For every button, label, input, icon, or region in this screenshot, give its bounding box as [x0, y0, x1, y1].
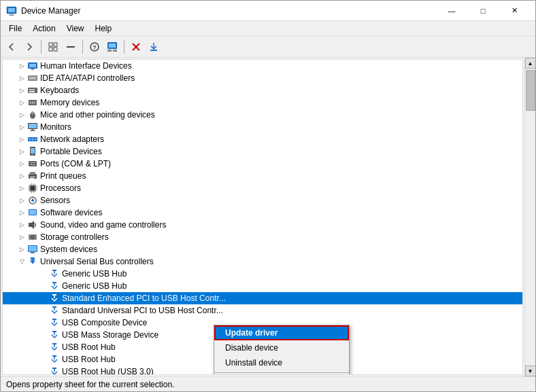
expand-ide-ata[interactable]: ▷	[16, 73, 27, 84]
scrollbar[interactable]: ▲ ▼	[524, 58, 535, 376]
scroll-down-button[interactable]: ▼	[525, 366, 536, 376]
svg-rect-25	[31, 89, 33, 90]
menu-help[interactable]: Help	[90, 22, 118, 35]
human-interface-label: Human Interface Devices	[40, 61, 132, 71]
toolbar-back[interactable]	[3, 39, 20, 55]
svg-rect-76	[29, 246, 37, 251]
usb-composite-icon	[49, 317, 60, 328]
expand-memory-devices[interactable]: ▷	[16, 97, 27, 108]
expand-portable-devices[interactable]: ▷	[16, 146, 27, 157]
tree-item-sensors[interactable]: ▷ Sensors	[3, 194, 522, 207]
svg-rect-13	[107, 50, 112, 52]
standard-universal-label: Standard Universal PCI to USB Host Contr…	[62, 306, 223, 315]
usb-root-hub-1-icon	[49, 342, 60, 353]
tree-item-ide-ata[interactable]: ▷ IDE ATA/ATAPI controllers	[3, 72, 522, 84]
menu-file[interactable]: File	[3, 22, 27, 35]
svg-rect-56	[31, 186, 35, 190]
toolbar-update[interactable]	[146, 39, 162, 55]
expand-keyboards[interactable]: ▷	[16, 85, 27, 96]
toolbar-collapse[interactable]	[63, 39, 79, 55]
ctx-uninstall-device[interactable]: Uninstall device	[214, 355, 349, 370]
toolbar-delete[interactable]	[128, 39, 144, 55]
toolbar-forward[interactable]	[21, 39, 37, 55]
tree-item-storage[interactable]: ▷ Storage controllers	[3, 231, 522, 243]
svg-rect-86	[52, 355, 56, 357]
expand-monitors[interactable]: ▷	[16, 122, 27, 132]
svg-point-66	[31, 199, 34, 202]
usb-root-hub-3-icon	[49, 366, 60, 375]
scroll-up-button[interactable]: ▲	[525, 58, 536, 69]
svg-point-41	[32, 139, 34, 141]
svg-rect-3	[9, 15, 14, 16]
ports-label: Ports (COM & LPT)	[40, 159, 111, 168]
toolbar-expand[interactable]	[45, 39, 61, 55]
scroll-thumb[interactable]	[526, 70, 535, 111]
tree-item-memory-devices[interactable]: ▷ Memory devices	[3, 96, 522, 109]
generic-usb-hub-2-icon	[49, 281, 60, 291]
svg-rect-64	[33, 192, 34, 193]
expand-ports[interactable]: ▷	[16, 158, 27, 169]
svg-rect-36	[29, 124, 37, 128]
ctx-update-driver[interactable]: Update driver	[214, 325, 349, 340]
tree-item-sound[interactable]: ▷ Sound, video and game controllers	[3, 219, 522, 231]
menu-view[interactable]: View	[61, 22, 90, 35]
title-bar-left: Device Manager	[6, 5, 80, 16]
expand-storage[interactable]: ▷	[16, 232, 27, 243]
minimize-button[interactable]: —	[436, 1, 467, 21]
tree-item-standard-universal[interactable]: ▷ Standard Universal PCI to USB Host Con…	[3, 304, 522, 317]
svg-point-49	[32, 163, 33, 164]
usb-root-hub-1-label: USB Root Hub	[62, 342, 116, 352]
tree-item-human-interface[interactable]: ▷ Human Interface Devices	[3, 60, 522, 72]
ctx-disable-device[interactable]: Disable device	[214, 340, 349, 355]
maximize-button[interactable]: □	[467, 1, 499, 21]
sound-label: Sound, video and game controllers	[40, 220, 166, 230]
expand-usb-controllers[interactable]: ▽	[16, 256, 27, 267]
expand-sensors[interactable]: ▷	[16, 195, 27, 206]
sensors-label: Sensors	[40, 196, 70, 205]
tree-item-usb-controllers[interactable]: ▽ Universal Serial Bus controllers	[3, 255, 522, 268]
svg-rect-62	[33, 183, 34, 185]
status-text: Opens property sheet for the current sel…	[6, 380, 174, 389]
tree-item-portable-devices[interactable]: ▷ Portable Devices	[3, 145, 522, 158]
svg-rect-53	[30, 177, 35, 177]
expand-mice[interactable]: ▷	[16, 109, 27, 120]
ctx-sep-1	[214, 372, 349, 373]
expand-system-devices[interactable]: ▷	[16, 244, 27, 255]
memory-devices-label: Memory devices	[40, 98, 99, 107]
device-tree[interactable]: ▷ Human Interface Devices ▷ IDE ATA/ATAP…	[2, 59, 523, 375]
expand-software-devices[interactable]: ▷	[16, 207, 27, 218]
expand-processors[interactable]: ▷	[16, 183, 27, 194]
toolbar-help[interactable]: ?	[86, 39, 103, 55]
tree-item-generic-usb-hub-1[interactable]: ▷ Generic USB Hub	[3, 268, 522, 280]
tree-item-standard-enhanced[interactable]: ▷ Standard Enhanced PCI to USB Host Cont…	[3, 292, 522, 304]
tree-item-processors[interactable]: ▷ Processors	[3, 182, 522, 194]
usb-root-hub-2-icon	[49, 354, 60, 365]
svg-point-50	[34, 163, 35, 164]
usb-root-hub-3-label: USB Root Hub (USB 3.0)	[62, 367, 154, 375]
tree-item-mice[interactable]: ▷ Mice and other pointing devices	[3, 109, 522, 121]
processors-icon	[27, 183, 38, 194]
svg-rect-69	[29, 210, 36, 215]
svg-rect-38	[30, 130, 35, 131]
expand-print-queues[interactable]: ▷	[16, 171, 27, 181]
close-button[interactable]: ✕	[499, 1, 530, 21]
expand-sound[interactable]: ▷	[16, 219, 27, 230]
tree-item-network-adapters[interactable]: ▷ Network adapters	[3, 133, 522, 145]
tree-item-generic-usb-hub-2[interactable]: ▷ Generic USB Hub	[3, 280, 522, 292]
expand-human-interface[interactable]: ▷	[16, 60, 27, 71]
tree-item-print-queues[interactable]: ▷ Print queues	[3, 170, 522, 182]
tree-item-keyboards[interactable]: ▷ Keyboards	[3, 84, 522, 96]
tree-item-system-devices[interactable]: ▷ System devices	[3, 243, 522, 255]
svg-point-74	[32, 236, 33, 238]
tree-item-ports[interactable]: ▷ Ports (COM & LPT)	[3, 158, 522, 170]
tree-item-software-devices[interactable]: ▷ Software devices	[3, 207, 522, 219]
svg-rect-1	[8, 8, 15, 12]
toolbar-list[interactable]	[104, 39, 120, 55]
expand-network-adapters[interactable]: ▷	[16, 134, 27, 145]
svg-text:?: ?	[93, 44, 97, 51]
keyboards-label: Keyboards	[40, 86, 79, 95]
svg-point-48	[30, 163, 31, 164]
tree-item-monitors[interactable]: ▷ Monitors	[3, 121, 522, 133]
menu-action[interactable]: Action	[27, 22, 61, 35]
svg-rect-83	[52, 319, 56, 320]
